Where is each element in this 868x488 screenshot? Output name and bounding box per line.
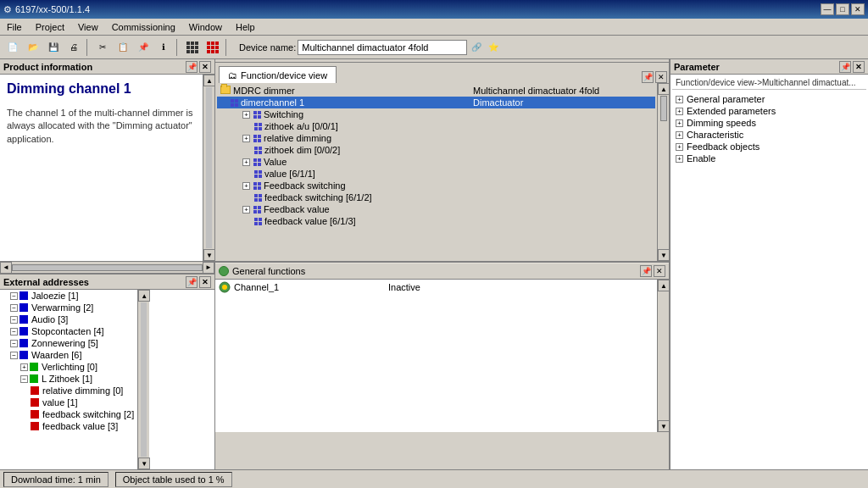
menu-view[interactable]: View — [71, 20, 105, 34]
ext-scroll-down[interactable]: ▼ — [138, 458, 150, 469]
product-info-pin[interactable]: 📌 — [186, 61, 198, 73]
gen-func-row-channel1[interactable]: Channel_1 Inactive — [215, 280, 657, 295]
minimize-button[interactable]: — — [821, 3, 834, 15]
func-scroll-up[interactable]: ▲ — [658, 83, 669, 95]
param-feedback-expand[interactable]: + — [676, 143, 683, 151]
tree-item-value[interactable]: value [1] — [0, 396, 137, 408]
close-button[interactable]: ✕ — [851, 3, 865, 15]
func-scroll-track — [660, 96, 666, 248]
menu-commissioning[interactable]: Commissioning — [105, 20, 182, 34]
func-row-zithoek-dim[interactable]: zithoek dim [0/0/2] — [217, 144, 655, 156]
func-row-switching[interactable]: + Switching — [217, 108, 655, 120]
param-breadcrumb: Function/device view->Multichannel dimac… — [672, 76, 866, 90]
tree-item-audio[interactable]: − Audio [3] — [0, 313, 137, 325]
param-characteristic[interactable]: + Characteristic — [672, 129, 866, 141]
expand-jaloezie[interactable]: − — [10, 292, 18, 300]
func-row-fb-val-613[interactable]: feedback value [6/1/3] — [217, 215, 655, 227]
expand-fb-switching[interactable]: + — [242, 182, 250, 190]
addr-label: Stopcontacten [4] — [31, 326, 104, 336]
func-label: feedback value [6/1/3] — [264, 216, 356, 226]
maximize-button[interactable]: □ — [836, 3, 849, 15]
expand-audio[interactable]: − — [10, 316, 18, 324]
tree-item-rel-dimming[interactable]: relative dimming [0] — [0, 385, 137, 396]
new-button[interactable]: 📄 — [3, 38, 22, 57]
expand-verlichting[interactable]: + — [20, 363, 28, 371]
param-enable-expand[interactable]: + — [676, 155, 683, 163]
param-extended[interactable]: + Extended parameters — [672, 105, 866, 117]
tree-item-jaloezie[interactable]: − Jaloezie [1] — [0, 290, 137, 302]
grid-view-button[interactable] — [183, 38, 202, 57]
func-row-fb-sw-612[interactable]: feedback switching [6/1/2] — [217, 191, 655, 203]
func-scroll-thumb[interactable] — [660, 96, 667, 121]
tree-item-feedback-value[interactable]: feedback value [3] — [0, 420, 137, 432]
tree-item-waarden[interactable]: − Waarden [6] — [0, 349, 137, 361]
info-button[interactable]: ℹ — [154, 38, 173, 57]
gen-scroll-down[interactable]: ▼ — [658, 420, 669, 432]
param-extended-expand[interactable]: + — [676, 108, 683, 115]
gen-func-close[interactable]: ✕ — [654, 265, 665, 277]
menu-window[interactable]: Window — [182, 20, 229, 34]
expand-zonnewering[interactable]: − — [10, 340, 18, 347]
grid-view-2-button[interactable] — [203, 38, 222, 57]
tree-item-verlichting[interactable]: + Verlichting [0] — [0, 361, 137, 373]
cut-button[interactable]: ✂ — [93, 38, 112, 57]
param-feedback-objects[interactable]: + Feedback objects — [672, 141, 866, 152]
function-device-tab[interactable]: 🗂 Function/device view — [219, 66, 337, 83]
gen-func-pin[interactable]: 📌 — [640, 265, 652, 277]
func-row-rel-dimming[interactable]: + relative dimming — [217, 132, 655, 144]
tree-item-zithoek[interactable]: − L Zithoek [1] — [0, 373, 137, 385]
expand-zithoek[interactable]: − — [20, 375, 28, 383]
ext-addr-pin[interactable]: 📌 — [186, 276, 198, 288]
param-dimming-expand[interactable]: + — [676, 119, 683, 127]
tree-item-feedback-switching[interactable]: feedback switching [2] — [0, 408, 137, 420]
param-close[interactable]: ✕ — [853, 61, 865, 73]
open-button[interactable]: 📂 — [24, 38, 42, 57]
func-row-mdrc[interactable]: MDRC dimmer Multichannel dimactuator 4fo… — [217, 85, 655, 97]
copy-button[interactable]: 📋 — [114, 38, 132, 57]
expand-value[interactable]: + — [242, 158, 250, 166]
tree-item-zonnewering[interactable]: − Zonnewering [5] — [0, 337, 137, 349]
expand-switching[interactable]: + — [242, 111, 250, 119]
gen-scroll-up[interactable]: ▲ — [658, 280, 669, 291]
func-row-fb-switching[interactable]: + Feedback switching — [217, 180, 655, 191]
device-name-input[interactable] — [298, 40, 467, 55]
param-general[interactable]: + General parameter — [672, 93, 866, 105]
scroll-up-arrow[interactable]: ▲ — [203, 75, 215, 86]
expand-verwarming[interactable]: − — [10, 304, 18, 312]
param-char-expand[interactable]: + — [676, 131, 683, 139]
param-general-expand[interactable]: + — [676, 96, 683, 103]
func-row-value[interactable]: + Value — [217, 156, 655, 168]
func-tab-bar: 🗂 Function/device view 📌 ✕ — [215, 63, 669, 83]
product-info-title-bar: Product information — [3, 62, 92, 72]
scroll-left-arrow[interactable]: ◄ — [0, 262, 12, 274]
func-row-dimerchannel[interactable]: dimerchannel 1 Dimactuator — [217, 97, 655, 108]
param-pin[interactable]: 📌 — [839, 61, 851, 73]
menu-project[interactable]: Project — [29, 20, 71, 34]
expand-waarden[interactable]: − — [10, 352, 18, 359]
func-panel-pin[interactable]: 📌 — [642, 71, 654, 83]
func-panel-close[interactable]: ✕ — [655, 71, 667, 83]
tree-item-verwarming[interactable]: − Verwarming [2] — [0, 302, 137, 313]
print-button[interactable]: 🖨 — [64, 38, 83, 57]
menu-file[interactable]: File — [0, 20, 29, 34]
expand-fb-value[interactable]: + — [242, 206, 250, 214]
ext-addr-close[interactable]: ✕ — [199, 276, 211, 288]
product-info-close[interactable]: ✕ — [199, 61, 211, 73]
expand-stopcontacten[interactable]: − — [10, 328, 18, 336]
param-enable[interactable]: + Enable — [672, 152, 866, 164]
param-dimming-speeds[interactable]: + Dimming speeds — [672, 117, 866, 129]
paste-button[interactable]: 📌 — [134, 38, 153, 57]
expand-rel-dimming[interactable]: + — [242, 135, 250, 142]
func-row-value-611[interactable]: value [6/1/1] — [217, 168, 655, 180]
func-scroll-down[interactable]: ▼ — [658, 249, 669, 261]
save-button[interactable]: 💾 — [44, 38, 63, 57]
ext-scroll-up[interactable]: ▲ — [138, 290, 150, 302]
tree-item-stopcontacten[interactable]: − Stopcontacten [4] — [0, 325, 137, 337]
device-link-button[interactable]: 🔗 — [469, 40, 484, 55]
device-star-button[interactable]: ⭐ — [486, 40, 501, 55]
func-row-zithoek-au[interactable]: zithoek a/u [0/0/1] — [217, 120, 655, 132]
scroll-down-arrow[interactable]: ▼ — [203, 249, 215, 261]
menu-help[interactable]: Help — [229, 20, 262, 34]
func-row-fb-value[interactable]: + Feedback value — [217, 203, 655, 215]
scroll-right-arrow[interactable]: ► — [203, 262, 214, 274]
